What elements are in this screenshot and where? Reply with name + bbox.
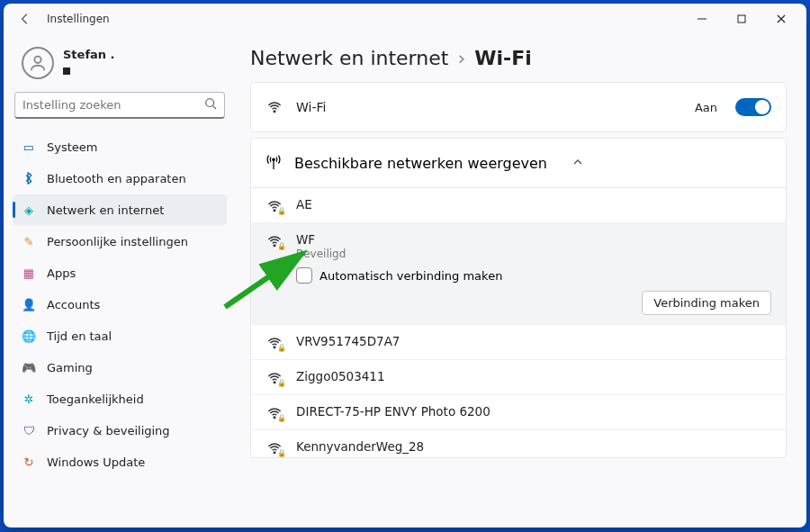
svg-point-10: [274, 347, 275, 348]
wifi-secure-icon: 🔒: [266, 232, 284, 248]
nav-list: ▭Systeem Bluetooth en apparaten ◈Netwerk…: [13, 131, 227, 477]
connect-button[interactable]: Verbinding maken: [642, 291, 771, 315]
sidebar-item-label: Apps: [47, 266, 76, 280]
main-panel: Netwerk en internet › Wi-Fi Wi-Fi Aan Be…: [236, 34, 806, 527]
profile-status-icon: [63, 68, 70, 75]
apps-icon: ▦: [22, 266, 36, 280]
maximize-button[interactable]: [722, 5, 761, 32]
svg-point-9: [274, 245, 275, 247]
sidebar-item-accessibility[interactable]: ✲Toegankelijkheid: [13, 383, 227, 414]
update-icon: ↻: [22, 455, 36, 469]
network-item-selected[interactable]: 🔒 WF Beveiligd Automatisch verbinding ma…: [251, 222, 786, 324]
titlebar: Instellingen: [4, 4, 806, 34]
svg-point-3: [206, 99, 214, 107]
sidebar-item-privacy[interactable]: 🛡Privacy & beveiliging: [13, 415, 227, 446]
network-name: AE: [296, 197, 312, 212]
network-list[interactable]: 🔒 AE 🔒 WF Beveiligd Automatisch verbindi…: [251, 187, 786, 457]
window-controls: [682, 5, 801, 32]
network-name: KennyvanderWeg_28: [296, 439, 424, 454]
search-input[interactable]: [22, 98, 204, 112]
chevron-right-icon: ›: [457, 47, 465, 69]
accessibility-icon: ✲: [22, 392, 36, 406]
sidebar: Stefan . ▭Systeem Bluetooth en apparaten…: [4, 34, 236, 527]
available-networks-label: Beschikbare netwerken weergeven: [294, 155, 547, 172]
minimize-button[interactable]: [682, 5, 722, 32]
network-status: Beveiligd: [296, 248, 771, 260]
gaming-icon: 🎮: [22, 360, 36, 374]
network-name: Ziggo0503411: [296, 369, 385, 383]
bluetooth-icon: [22, 171, 36, 185]
accounts-icon: 👤: [22, 297, 36, 311]
sidebar-item-label: Bluetooth en apparaten: [47, 172, 186, 185]
wifi-toggle-label: Wi-Fi: [296, 100, 326, 114]
wifi-toggle-state: Aan: [695, 101, 717, 114]
sidebar-item-time[interactable]: 🌐Tijd en taal: [13, 320, 227, 351]
auto-connect-label: Automatisch verbinding maken: [320, 269, 502, 283]
network-name: WF: [296, 232, 771, 247]
auto-connect-row[interactable]: Automatisch verbinding maken: [296, 267, 771, 284]
profile-name: Stefan .: [63, 48, 115, 61]
personalization-icon: ✎: [22, 234, 36, 248]
sidebar-item-network[interactable]: ◈Netwerk en internet: [13, 194, 227, 225]
auto-connect-checkbox[interactable]: [296, 267, 312, 284]
sidebar-item-update[interactable]: ↻Windows Update: [13, 446, 227, 477]
svg-line-4: [213, 106, 217, 110]
sidebar-item-label: Persoonlijke instellingen: [47, 235, 188, 248]
wifi-secure-icon: 🔒: [266, 369, 284, 385]
close-button[interactable]: [761, 5, 801, 32]
avatar: [22, 47, 54, 79]
sidebar-item-personalization[interactable]: ✎Persoonlijke instellingen: [13, 226, 227, 257]
time-icon: 🌐: [22, 329, 36, 343]
network-item[interactable]: 🔒 Ziggo0503411: [251, 359, 786, 394]
available-networks-panel: Beschikbare netwerken weergeven 🔒 AE 🔒 W…: [250, 138, 787, 458]
network-name: VRV951745D7A7: [296, 334, 400, 348]
sidebar-item-label: Netwerk en internet: [47, 203, 164, 217]
privacy-icon: 🛡: [22, 423, 36, 437]
back-button[interactable]: [13, 13, 38, 25]
available-networks-header[interactable]: Beschikbare netwerken weergeven: [251, 139, 786, 187]
sidebar-item-label: Accounts: [47, 298, 100, 311]
svg-point-8: [274, 210, 275, 212]
sidebar-item-label: Tijd en taal: [47, 329, 112, 343]
network-icon: ◈: [22, 203, 36, 217]
profile-block[interactable]: Stefan .: [13, 43, 227, 92]
svg-rect-1: [738, 15, 745, 23]
search-icon: [204, 96, 217, 113]
antenna-icon: [266, 152, 282, 174]
wifi-secure-icon: 🔒: [266, 404, 284, 420]
window-title: Instellingen: [47, 13, 110, 25]
sidebar-item-label: Systeem: [47, 140, 97, 154]
wifi-toggle-row[interactable]: Wi-Fi Aan: [251, 83, 786, 131]
network-item[interactable]: 🔒 AE: [251, 188, 786, 222]
breadcrumb-current: Wi-Fi: [474, 47, 532, 69]
search-box[interactable]: [14, 92, 225, 119]
system-icon: ▭: [22, 140, 36, 154]
wifi-toggle-switch[interactable]: [735, 98, 771, 116]
sidebar-item-label: Privacy & beveiliging: [47, 424, 170, 437]
sidebar-item-apps[interactable]: ▦Apps: [13, 257, 227, 288]
svg-point-11: [274, 382, 275, 383]
wifi-secure-icon: 🔒: [266, 334, 284, 350]
svg-point-13: [274, 452, 275, 454]
network-item[interactable]: 🔒 DIRECT-75-HP ENVY Photo 6200: [251, 394, 786, 429]
sidebar-item-accounts[interactable]: 👤Accounts: [13, 289, 227, 320]
wifi-secure-icon: 🔒: [266, 439, 284, 455]
chevron-up-icon: [572, 157, 583, 170]
wifi-toggle-panel: Wi-Fi Aan: [250, 82, 787, 132]
wifi-secure-icon: 🔒: [266, 197, 284, 213]
breadcrumb: Netwerk en internet › Wi-Fi: [250, 47, 787, 69]
network-item[interactable]: 🔒 VRV951745D7A7: [251, 324, 786, 359]
sidebar-item-label: Toegankelijkheid: [47, 392, 144, 406]
sidebar-item-label: Windows Update: [47, 455, 145, 469]
breadcrumb-parent[interactable]: Netwerk en internet: [250, 47, 448, 69]
sidebar-item-bluetooth[interactable]: Bluetooth en apparaten: [13, 163, 227, 194]
sidebar-item-gaming[interactable]: 🎮Gaming: [13, 352, 227, 383]
svg-point-6: [273, 158, 274, 160]
svg-point-2: [34, 57, 40, 63]
sidebar-item-label: Gaming: [47, 361, 93, 374]
sidebar-item-system[interactable]: ▭Systeem: [13, 131, 227, 162]
svg-point-12: [274, 417, 275, 419]
network-item[interactable]: 🔒 KennyvanderWeg_28: [251, 429, 786, 457]
wifi-icon: [266, 100, 284, 114]
content-body: Stefan . ▭Systeem Bluetooth en apparaten…: [4, 34, 806, 527]
